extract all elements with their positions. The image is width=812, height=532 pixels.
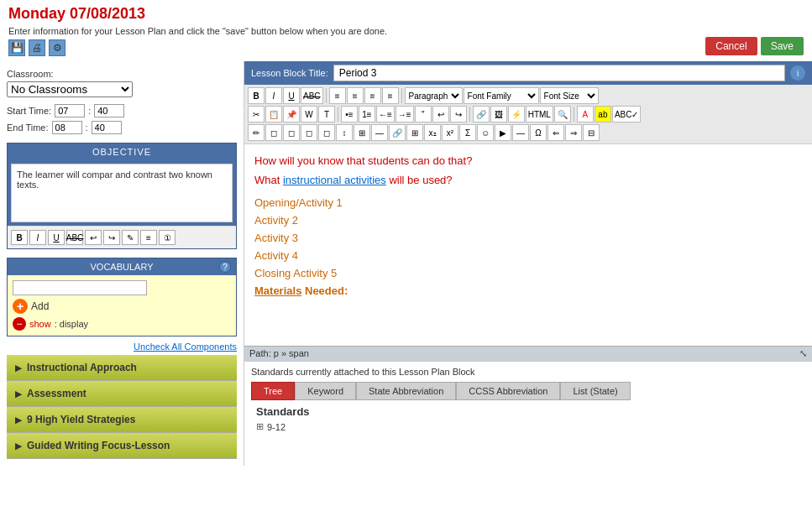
superscript-button[interactable]: x² [442, 124, 458, 141]
obj-italic-btn[interactable]: I [29, 230, 46, 245]
image-button[interactable]: 🖼 [490, 106, 507, 123]
start-time-min[interactable] [94, 104, 124, 117]
print-icon[interactable]: 🖨 [29, 39, 45, 56]
font-size-select[interactable]: Font Size [540, 87, 599, 104]
blockquote-button[interactable]: " [415, 106, 432, 123]
rule-button[interactable]: — [512, 124, 529, 141]
find-button[interactable]: 🔍 [554, 106, 571, 123]
link-button[interactable]: 🔗 [473, 106, 490, 123]
spellcheck-button[interactable]: ABC✓ [612, 106, 642, 123]
align-center-button[interactable]: ≡ [347, 87, 364, 104]
font-family-select[interactable]: Font Family [464, 87, 539, 104]
tab-state-abbreviation[interactable]: State Abbreviation [356, 382, 456, 400]
align-left-button[interactable]: ≡ [329, 87, 346, 104]
bold-button[interactable]: B [248, 87, 265, 104]
strikethrough-button[interactable]: ABC [301, 87, 323, 104]
tb3-btn8[interactable]: — [371, 124, 388, 141]
redo-button[interactable]: ↪ [450, 106, 467, 123]
tab-tree[interactable]: Tree [251, 382, 295, 400]
start-time-hour[interactable] [55, 104, 85, 117]
tb3-btn4[interactable]: ◻ [301, 124, 317, 141]
num-list-button[interactable]: 1≡ [359, 106, 375, 123]
instructional-activities-link[interactable]: instructional activities [283, 174, 386, 186]
bullet-list-button[interactable]: •≡ [341, 106, 358, 123]
html-button[interactable]: HTML [526, 106, 553, 123]
save-icon[interactable]: 💾 [8, 39, 25, 56]
lesson-block-info-icon[interactable]: i [790, 65, 805, 81]
show-blocks-button[interactable]: ⊟ [583, 124, 600, 141]
q2-suffix: will be used? [386, 174, 453, 186]
standards-tabs: Tree Keyword State Abbreviation CCSS Abb… [251, 382, 805, 400]
standards-tree-title: Standards [256, 405, 800, 418]
obj-clear-btn[interactable]: ✎ [122, 230, 139, 245]
tb3-btn2[interactable]: ◻ [265, 124, 282, 141]
uncheck-all-link[interactable]: Uncheck All Components [7, 342, 237, 352]
accordion-header-instructional[interactable]: ▶ Instructional Approach [7, 355, 237, 380]
paste-button[interactable]: 📌 [283, 106, 300, 123]
emoji-button[interactable]: ☺ [477, 124, 494, 141]
vocab-show-label[interactable]: show [29, 319, 51, 329]
tab-list-state[interactable]: List (State) [560, 382, 630, 400]
tb3-btn6[interactable]: ↕ [336, 124, 353, 141]
direction-ltr-button[interactable]: ⇐ [547, 124, 564, 141]
resize-handle[interactable]: ⤡ [799, 348, 807, 359]
copy-button[interactable]: 📋 [265, 106, 282, 123]
end-time-hour[interactable] [52, 121, 82, 134]
cut-button[interactable]: ✂ [248, 106, 265, 123]
special-chars-button[interactable]: Ω [530, 124, 547, 141]
table-button[interactable]: ⊞ [406, 124, 423, 141]
accordion-label-guided-writing: Guided Writing Focus-Lesson [27, 440, 170, 451]
tb3-btn5[interactable]: ◻ [318, 124, 335, 141]
align-right-button[interactable]: ≡ [364, 87, 381, 104]
expand-icon[interactable]: ⊞ [256, 421, 264, 432]
obj-bold-btn[interactable]: B [11, 230, 28, 245]
objective-content[interactable]: The learner will compar and contrast two… [11, 164, 233, 222]
materials-rest: Needed: [301, 284, 348, 297]
tab-ccss-abbreviation[interactable]: CCSS Abbreviation [456, 382, 560, 400]
indent-button[interactable]: →≡ [396, 106, 414, 123]
cancel-button[interactable]: Cancel [705, 37, 757, 55]
tb3-btn7[interactable]: ⊞ [354, 124, 370, 141]
obj-numlist-btn[interactable]: ① [159, 230, 175, 245]
paste-text-button[interactable]: T [318, 106, 335, 123]
vocab-show-suffix: : display [55, 319, 88, 329]
paragraph-select[interactable]: Paragraph [405, 87, 463, 104]
direction-rtl-button[interactable]: ⇒ [565, 124, 582, 141]
accordion-header-guided-writing[interactable]: ▶ Guided Writing Focus-Lesson [7, 433, 237, 458]
tb3-btn1[interactable]: ✏ [248, 124, 265, 141]
obj-list-btn[interactable]: ≡ [140, 230, 157, 245]
editor-content[interactable]: How will you know that students can do t… [244, 144, 812, 346]
paste-word-button[interactable]: W [301, 106, 317, 123]
vocabulary-input[interactable] [13, 280, 147, 295]
undo-button[interactable]: ↩ [432, 106, 449, 123]
align-justify-button[interactable]: ≡ [382, 87, 399, 104]
obj-undo-btn[interactable]: ↩ [85, 230, 102, 245]
font-color-button[interactable]: A [577, 106, 594, 123]
subscript-button[interactable]: x₂ [424, 124, 441, 141]
media-button[interactable]: ▶ [495, 124, 511, 141]
tb3-btn3[interactable]: ◻ [283, 124, 300, 141]
editor-status-bar: Path: p » span ⤡ [244, 346, 812, 361]
obj-redo-btn[interactable]: ↪ [103, 230, 120, 245]
vocabulary-add-button[interactable]: + Add [13, 299, 231, 314]
vocabulary-help-icon[interactable]: ? [219, 261, 231, 273]
save-button[interactable]: Save [761, 37, 804, 55]
obj-underline-btn[interactable]: U [48, 230, 65, 245]
obj-strikethrough-btn[interactable]: ABC [66, 230, 83, 245]
underline-button[interactable]: U [283, 87, 300, 104]
minus-circle-icon[interactable]: − [13, 317, 26, 331]
flash-button[interactable]: ⚡ [508, 106, 525, 123]
toolbar-row-2: ✂ 📋 📌 W T •≡ 1≡ ←≡ →≡ " ↩ ↪ 🔗 🖼 ⚡ [246, 105, 810, 123]
accordion-header-assessment[interactable]: ▶ Assessment [7, 381, 237, 406]
outdent-button[interactable]: ←≡ [376, 106, 395, 123]
end-time-min[interactable] [92, 121, 122, 134]
accordion-header-high-yield[interactable]: ▶ 9 High Yield Strategies [7, 407, 237, 432]
settings-icon[interactable]: ⚙ [49, 39, 65, 56]
classroom-select[interactable]: No Classrooms [7, 81, 133, 97]
italic-button[interactable]: I [265, 87, 282, 104]
highlight-button[interactable]: ab [595, 106, 611, 123]
tb3-btn9[interactable]: 🔗 [389, 124, 406, 141]
tab-keyword[interactable]: Keyword [295, 382, 356, 400]
sigma-button[interactable]: Σ [459, 124, 476, 141]
lesson-block-input[interactable] [333, 65, 785, 81]
